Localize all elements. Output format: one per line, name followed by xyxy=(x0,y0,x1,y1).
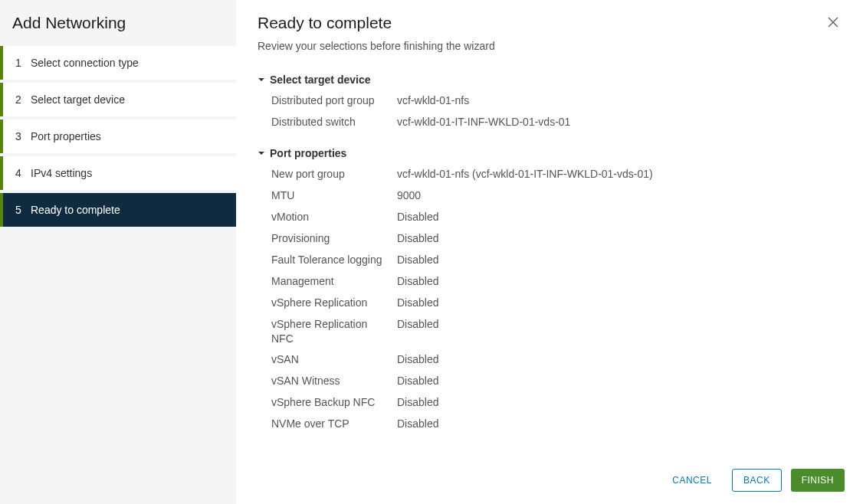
section-body: New port group vcf-wkld-01-nfs (vcf-wkld… xyxy=(258,164,842,435)
row-value: Disabled xyxy=(397,317,842,332)
row-label: New port group xyxy=(271,167,397,182)
step-label: Select connection type xyxy=(31,57,139,69)
close-button[interactable] xyxy=(825,14,842,34)
wizard-sidebar: Add Networking 1 Select connection type … xyxy=(0,0,236,504)
step-ready-to-complete[interactable]: 5 Ready to complete xyxy=(0,193,236,227)
section-body: Distributed port group vcf-wkld-01-nfs D… xyxy=(258,90,842,133)
row-value: Disabled xyxy=(397,210,842,224)
step-label: Ready to complete xyxy=(31,204,120,216)
summary-row: vMotion Disabled xyxy=(271,207,842,228)
summary-row: vSphere Backup NFC Disabled xyxy=(271,392,842,414)
finish-button[interactable]: FINISH xyxy=(791,469,845,492)
cancel-button[interactable]: CANCEL xyxy=(661,469,723,492)
step-select-connection-type[interactable]: 1 Select connection type xyxy=(0,46,236,80)
row-label: vSphere Replication NFC xyxy=(271,317,397,346)
row-value: Disabled xyxy=(397,231,842,246)
wizard-steps: 1 Select connection type 2 Select target… xyxy=(0,46,236,227)
row-label: vSphere Backup NFC xyxy=(271,395,397,410)
section-header-target-device[interactable]: Select target device xyxy=(258,69,842,90)
summary-row: Fault Tolerance logging Disabled xyxy=(271,250,842,271)
step-label: Select target device xyxy=(31,93,125,106)
summary-row: NVMe over TCP Disabled xyxy=(271,414,842,435)
wizard-footer: CANCEL BACK FINISH xyxy=(236,457,863,504)
row-value: Disabled xyxy=(397,274,842,289)
header-text: Ready to complete Review your selections… xyxy=(258,14,825,52)
row-label: Provisioning xyxy=(271,231,397,246)
section-title: Select target device xyxy=(270,74,371,86)
wizard-title: Add Networking xyxy=(0,0,236,46)
section-target-device: Select target device Distributed port gr… xyxy=(258,69,842,133)
summary-row: vSAN Witness Disabled xyxy=(271,371,842,392)
summary-row: Provisioning Disabled xyxy=(271,228,842,250)
row-label: Fault Tolerance logging xyxy=(271,253,397,267)
row-label: Distributed switch xyxy=(271,115,397,129)
row-value: Disabled xyxy=(397,395,842,410)
summary-row: Management Disabled xyxy=(271,271,842,293)
summary-row: Distributed switch vcf-wkld-01-IT-INF-WK… xyxy=(271,112,842,133)
chevron-down-icon xyxy=(258,76,265,83)
step-port-properties[interactable]: 3 Port properties xyxy=(0,119,236,153)
summary-row: New port group vcf-wkld-01-nfs (vcf-wkld… xyxy=(271,164,842,185)
row-label: vSAN Witness xyxy=(271,374,397,388)
row-value: vcf-wkld-01-nfs (vcf-wkld-01-IT-INF-WKLD… xyxy=(397,167,842,182)
wizard-content: Ready to complete Review your selections… xyxy=(236,0,863,504)
row-value: Disabled xyxy=(397,374,842,388)
step-number: 3 xyxy=(15,130,31,142)
row-label: Management xyxy=(271,274,397,289)
summary-row: vSAN Disabled xyxy=(271,349,842,371)
row-value: Disabled xyxy=(397,352,842,367)
row-value: vcf-wkld-01-nfs xyxy=(397,93,842,108)
row-value: 9000 xyxy=(397,188,842,203)
section-title: Port properties xyxy=(270,147,346,159)
step-number: 5 xyxy=(15,204,31,216)
row-label: NVMe over TCP xyxy=(271,417,397,431)
summary-row: MTU 9000 xyxy=(271,185,842,207)
step-number: 2 xyxy=(15,93,31,106)
step-number: 4 xyxy=(15,167,31,179)
step-ipv4-settings[interactable]: 4 IPv4 settings xyxy=(0,156,236,190)
step-label: IPv4 settings xyxy=(31,167,92,179)
back-button[interactable]: BACK xyxy=(732,469,782,492)
row-label: vMotion xyxy=(271,210,397,224)
close-icon xyxy=(828,17,838,28)
content-header: Ready to complete Review your selections… xyxy=(236,0,863,61)
page-title: Ready to complete xyxy=(258,14,825,32)
row-value: vcf-wkld-01-IT-INF-WKLD-01-vds-01 xyxy=(397,115,842,129)
section-port-properties: Port properties New port group vcf-wkld-… xyxy=(258,142,842,435)
row-label: vSphere Replication xyxy=(271,296,397,310)
step-select-target-device[interactable]: 2 Select target device xyxy=(0,83,236,116)
summary-row: Distributed port group vcf-wkld-01-nfs xyxy=(271,90,842,112)
row-label: vSAN xyxy=(271,352,397,367)
row-value: Disabled xyxy=(397,296,842,310)
summary-row: vSphere Replication NFC Disabled xyxy=(271,314,842,349)
content-body: Select target device Distributed port gr… xyxy=(236,61,863,457)
step-number: 1 xyxy=(15,57,31,69)
chevron-down-icon xyxy=(258,149,265,157)
row-value: Disabled xyxy=(397,253,842,267)
page-subtitle: Review your selections before finishing … xyxy=(258,40,825,52)
summary-row: vSphere Replication Disabled xyxy=(271,293,842,314)
row-label: MTU xyxy=(271,188,397,203)
section-header-port-properties[interactable]: Port properties xyxy=(258,142,842,164)
row-value: Disabled xyxy=(397,417,842,431)
step-label: Port properties xyxy=(31,130,101,142)
row-label: Distributed port group xyxy=(271,93,397,108)
